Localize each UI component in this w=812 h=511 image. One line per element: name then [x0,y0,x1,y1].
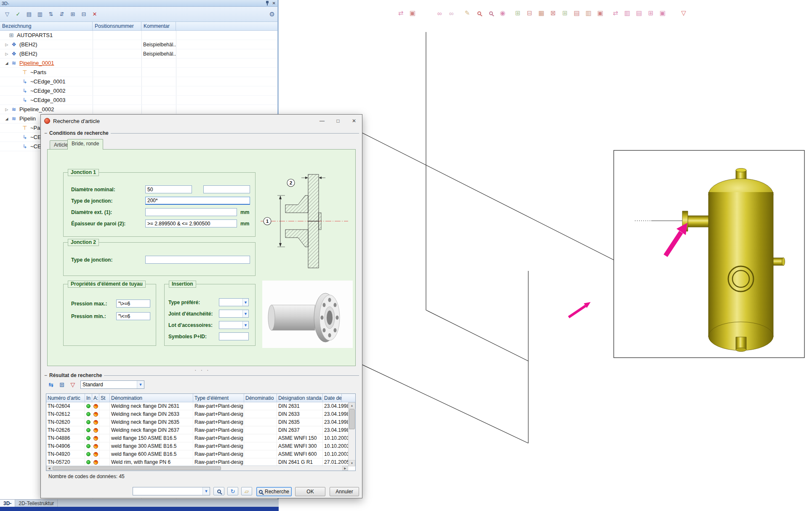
connect-edges-icon[interactable]: ∞ [447,8,456,18]
settings-gear-icon[interactable]: ⚙ [269,11,275,18]
edit-route-icon[interactable]: ✎ [463,8,472,18]
route-info-icon[interactable]: ▣ [658,8,667,18]
pression-min-input[interactable] [116,312,150,320]
horizontal-scrollbar[interactable]: ◀ ▶ [46,466,348,471]
filter-display-icon[interactable]: ▽ [679,8,688,18]
tree-item-label[interactable]: AUTOPARTS1 [17,31,53,40]
results-column-header[interactable]: Type d'élément [193,394,244,402]
maximize-button[interactable]: □ [330,115,346,127]
placement-point-icon[interactable]: ◉ [498,8,507,18]
column-header-bezeichnung[interactable]: Bezeichnung [0,22,93,30]
connect-pipes-icon[interactable]: ∞ [435,8,444,18]
expand-all-icon[interactable]: ⊞ [68,10,77,19]
results-column-header[interactable]: St [99,394,110,402]
filter-tree-icon[interactable]: ▽ [3,10,12,19]
search-button[interactable]: Recherche [256,487,292,496]
results-column-header[interactable]: Dénomination [110,394,193,402]
insert-component-icon[interactable]: ⊞ [513,8,522,18]
sort-ascending-icon[interactable]: ⇅ [46,10,56,19]
tree-item-label[interactable]: Pipeline_0002 [19,105,54,114]
tree-row[interactable]: ↳~CEdge_0003 [0,96,277,105]
dialog-titlebar[interactable]: Recherche d'article — □ ✕ [41,115,362,127]
flange-pair-icon[interactable]: ▦ [537,8,546,18]
pipe-segment-icon[interactable]: ▥ [584,8,593,18]
tee-component-icon[interactable]: ⊞ [560,8,570,18]
elbow-component-icon[interactable]: ▤ [572,8,581,18]
split-route-icon[interactable]: ▤ [634,8,644,18]
route-part-icon[interactable]: ▣ [408,8,417,18]
tree-item-label[interactable]: ~CEdge_0003 [30,96,66,104]
results-column-header[interactable]: A: [92,394,99,402]
results-column-header[interactable]: Date de cr [323,394,342,402]
tree-item-label[interactable]: (BEH2) [19,49,37,58]
minimize-button[interactable]: — [314,115,330,127]
reload-button[interactable]: ↻ [227,487,238,495]
close-button[interactable]: ✕ [346,115,362,127]
results-group-header[interactable]: − Résultat de recherche [44,372,359,378]
result-row[interactable]: TN-02612Welding neck flange DIN 2633Raw-… [46,410,355,418]
expanded-expander-icon[interactable]: ◢ [3,114,10,123]
tree-item-label[interactable]: ~CEdge_0001 [30,77,66,86]
conditions-group-header[interactable]: − Conditions de recherche [44,130,359,136]
result-row[interactable]: TN-04920weld flange 600 ASME B16.5Raw-pa… [46,450,355,458]
tree-row[interactable]: ⊞AUTOPARTS1 [0,31,277,40]
tree-item-label[interactable]: (BEH2) [19,40,37,49]
tree-row[interactable]: ↳~CEdge_0002 [0,86,277,96]
filter-results-icon[interactable]: ▽ [69,380,77,389]
tree-item-label[interactable]: ~CE [30,133,41,142]
tree-row[interactable]: ▷❖(BEH2)Beispielbehäl... [0,49,277,59]
vertical-scroll-thumb[interactable] [349,409,355,429]
results-column-header[interactable]: Désignation standa [277,394,323,402]
result-row[interactable]: TN-02604Welding neck flange DIN 2631Raw-… [46,402,355,410]
scroll-left-icon[interactable]: ◀ [46,466,52,471]
ok-button[interactable]: OK [295,487,325,496]
zoom-detail-icon[interactable] [474,8,484,18]
type-prefere-select[interactable]: ▼ [219,298,249,306]
export-results-icon[interactable]: ⊞ [58,380,66,389]
collapse-all-icon[interactable]: ⊟ [79,10,88,19]
collapsed-expander-icon[interactable]: ▷ [3,105,10,114]
scroll-down-icon[interactable]: ▼ [349,460,355,466]
result-view-select[interactable]: Standard ▼ [80,380,144,389]
tab-2d-teilestruktur[interactable]: 2D-Teilestruktur [15,500,58,507]
results-column-header[interactable]: In [85,394,92,402]
replace-component-icon[interactable]: ⊟ [525,8,534,18]
paste-structure-icon[interactable]: ▥ [35,10,45,19]
type-jonction2-input[interactable] [145,256,250,264]
tab-3d[interactable]: 3D- [0,500,15,507]
vertical-scrollbar[interactable]: ▲ ▼ [348,402,355,466]
tree-row[interactable]: ▷≋Pipeline_0002 [0,105,277,114]
update-route-icon[interactable]: ⇄ [611,8,620,18]
tree-row[interactable]: ↳~CEdge_0001 [0,77,277,86]
diametre-nominal-input2[interactable] [203,185,250,193]
column-header-kommentar[interactable]: Kommentar [141,22,176,30]
scroll-up-icon[interactable]: ▲ [349,402,355,409]
lot-accessoires-select[interactable]: ▼ [219,321,249,329]
route-swap-icon[interactable]: ⇄ [396,8,405,18]
joint-select[interactable]: ▼ [219,310,249,318]
result-row[interactable]: TN-04906weld flange 300 ASME B16.5Raw-pa… [46,442,355,450]
tree-row[interactable]: ⊤~Parts [0,68,277,77]
result-row[interactable]: TN-02626Welding neck flange DIN 2637Raw-… [46,426,355,434]
clear-fields-button[interactable]: ▱ [241,487,252,495]
result-row[interactable]: TN-04886weld flange 150 ASME B16.5Raw-pa… [46,434,355,442]
mirror-route-icon[interactable]: ▥ [623,8,632,18]
merge-route-icon[interactable]: ⊞ [646,8,655,18]
symboles-pid-input[interactable] [219,332,249,340]
copy-structure-icon[interactable]: ▤ [24,10,34,19]
search-options-button[interactable] [213,487,224,495]
results-column-header[interactable]: Dénominatio [244,394,277,402]
collapsed-expander-icon[interactable]: ▷ [3,49,10,58]
tree-item-label[interactable]: ~Pa [30,123,40,132]
tree-row[interactable]: ◢≋Pipeline_0001 [0,59,277,68]
panel-titlebar[interactable]: 3D- ✕ [0,0,277,7]
tree-row[interactable]: ▷❖(BEH2)Beispielbehäl... [0,40,277,49]
refresh-results-icon[interactable]: ⇆ [47,380,55,389]
diametre-nominal-input[interactable] [145,185,192,193]
collapse-group-icon[interactable]: − [44,131,47,136]
diametre-ext-input[interactable] [145,208,237,216]
type-jonction-input[interactable] [145,197,250,205]
panel-close-icon[interactable]: ✕ [272,1,276,5]
sort-descending-icon[interactable]: ⇵ [57,10,67,19]
tree-item-label[interactable]: ~Parts [30,68,46,77]
